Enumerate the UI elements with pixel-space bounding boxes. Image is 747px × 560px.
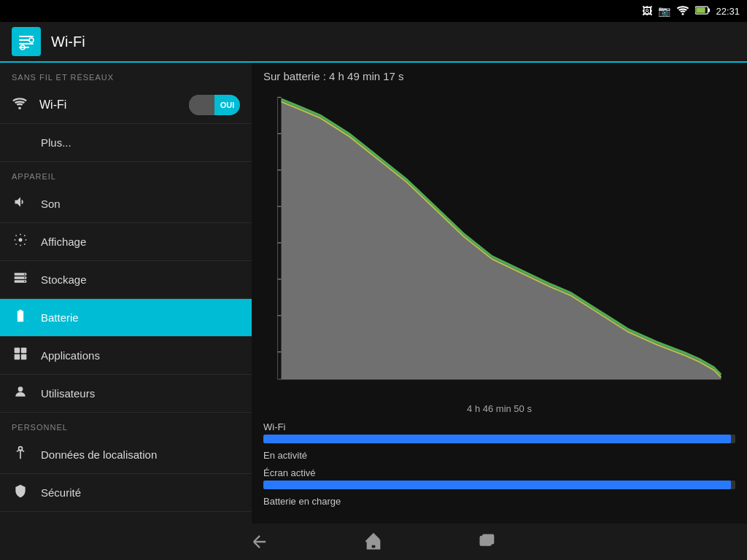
svg-point-22 [18, 386, 23, 392]
status-bar: 🖼 📷 22:31 [0, 0, 747, 22]
storage-icon [12, 271, 29, 289]
son-label: Son [41, 198, 61, 210]
location-icon [12, 446, 29, 464]
chart-x-label: 4 h 46 min 50 s [263, 403, 735, 414]
usage-wifi-label: Wi-Fi [263, 421, 735, 432]
sound-icon [12, 195, 29, 213]
recents-button[interactable] [474, 529, 500, 555]
battery-chart [263, 88, 735, 397]
plus-label: Plus... [41, 136, 71, 149]
usage-item-charge: Batterie en charge [263, 494, 735, 509]
home-button[interactable] [360, 529, 387, 555]
wifi-toggle[interactable]: OUI [189, 95, 240, 115]
usage-charge-label: Batterie en charge [263, 494, 735, 509]
page-title: Wi-Fi [51, 34, 85, 50]
usage-ecran-label: Écran activé [263, 467, 735, 478]
section-header-device: APPAREIL [0, 162, 252, 185]
sidebar-item-securite[interactable]: Sécurité [0, 474, 252, 512]
utilisateurs-label: Utilisateurs [41, 387, 95, 400]
svg-rect-3 [697, 7, 706, 13]
app-icon [12, 27, 41, 56]
toggle-off-state [189, 95, 214, 115]
sidebar-item-localisation[interactable]: Données de localisation [0, 436, 252, 474]
sidebar-item-plus[interactable]: Plus... [0, 124, 252, 162]
svg-point-10 [18, 106, 21, 109]
usage-en-activite-label: En activité [263, 448, 735, 463]
sidebar: SANS FIL ET RÉSEAUX Wi-Fi OUI [0, 63, 252, 524]
clock: 22:31 [716, 6, 740, 17]
wifi-icon [12, 97, 28, 113]
svg-point-17 [24, 281, 26, 282]
toggle-on-state: OUI [214, 95, 240, 115]
svg-point-8 [29, 38, 34, 42]
back-button[interactable] [247, 529, 273, 555]
bottom-nav [0, 524, 747, 560]
sidebar-item-utilisateurs[interactable]: Utilisateurs [0, 375, 252, 413]
svg-rect-20 [15, 354, 20, 360]
svg-rect-21 [21, 354, 27, 360]
usage-ecran-bar [263, 481, 735, 489]
usage-wifi-bar [263, 435, 735, 443]
svg-rect-19 [21, 348, 27, 354]
apps-icon [12, 346, 29, 365]
batterie-label: Batterie [41, 311, 79, 324]
sidebar-item-stockage[interactable]: Stockage [0, 261, 252, 299]
sidebar-item-son[interactable]: Son [0, 185, 252, 223]
svg-marker-34 [282, 99, 721, 379]
battery-icon [12, 308, 29, 327]
usage-item-ecran: Écran activé [263, 467, 735, 489]
svg-rect-5 [19, 39, 29, 41]
svg-rect-36 [483, 535, 493, 544]
svg-rect-18 [15, 348, 20, 354]
svg-point-15 [24, 273, 26, 275]
securite-label: Sécurité [41, 486, 81, 499]
svg-rect-2 [708, 9, 711, 12]
security-icon [12, 483, 29, 502]
battery-status-icon [695, 5, 710, 17]
sidebar-item-batterie[interactable]: Batterie [0, 299, 252, 337]
wifi-status-icon [676, 5, 689, 18]
usage-section: Wi-Fi En activité Écran activé Batterie … [263, 421, 735, 516]
svg-point-16 [24, 277, 26, 279]
sidebar-item-affichage[interactable]: Affichage [0, 223, 252, 261]
affichage-label: Affichage [41, 236, 86, 248]
sidebar-item-applications[interactable]: Applications [0, 337, 252, 375]
battery-title: Sur batterie : 4 h 49 min 17 s [263, 70, 735, 82]
svg-rect-4 [19, 36, 34, 37]
svg-rect-6 [19, 43, 34, 44]
content-area: Sur batterie : 4 h 49 min 17 s [252, 63, 747, 524]
localisation-label: Données de localisation [41, 448, 157, 461]
section-header-network: SANS FIL ET RÉSEAUX [0, 63, 252, 86]
sidebar-item-wifi[interactable]: Wi-Fi OUI [0, 86, 252, 124]
display-icon [12, 233, 29, 251]
wifi-label: Wi-Fi [39, 98, 66, 112]
svg-point-11 [19, 238, 23, 242]
svg-point-0 [682, 12, 684, 15]
notification-icon-1: 🖼 [642, 5, 652, 17]
title-bar: Wi-Fi [0, 22, 747, 63]
usage-item-wifi: Wi-Fi [263, 421, 735, 443]
user-icon [12, 384, 29, 402]
applications-label: Applications [41, 349, 100, 362]
usage-item-en-activite: En activité [263, 448, 735, 463]
notification-icon-2: 📷 [658, 5, 670, 17]
stockage-label: Stockage [41, 273, 87, 286]
section-header-personal: PERSONNEL [0, 413, 252, 436]
